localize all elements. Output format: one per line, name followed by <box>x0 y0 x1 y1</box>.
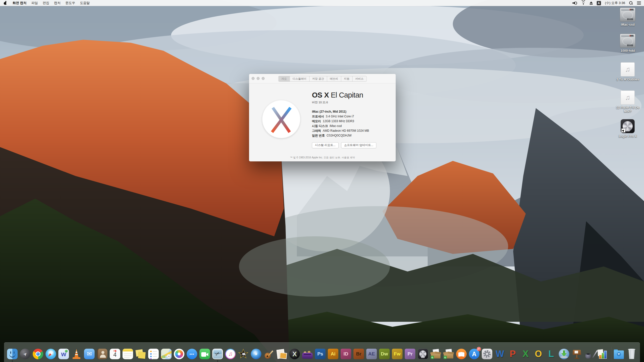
desktop-icon-label: Logic Pro X <box>613 134 642 138</box>
quarkxpress-dock-icon[interactable]: X <box>289 348 300 360</box>
downloads-folder-dock-icon[interactable] <box>613 348 625 360</box>
desktop-icon-label: iMac-ssd <box>613 23 642 26</box>
ibooks-dock-icon[interactable] <box>456 348 467 360</box>
menu-윈도우[interactable]: 윈도우 <box>65 1 75 5</box>
desktop-icon-label: 1 Tu M'Oublies <box>613 77 642 81</box>
spec-row: 그래픽AMD Radeon HD 6970M 1024 MB <box>312 129 391 132</box>
menu-clock[interactable]: (수) 오후 3:36 <box>605 1 625 5</box>
photoshop-dock-icon[interactable]: Ps <box>314 348 326 360</box>
close-button[interactable] <box>252 77 255 80</box>
pages-classic-dock-icon[interactable] <box>584 348 595 360</box>
stickies-dock-icon[interactable] <box>135 348 146 360</box>
indesign-dock-icon[interactable]: ID <box>340 348 352 360</box>
messages-dock-icon[interactable]: ••• <box>186 348 198 360</box>
fireworks-dock-icon[interactable]: Fw <box>391 348 403 360</box>
el-capitan-x-logo <box>262 100 300 138</box>
reminders-dock-icon[interactable] <box>148 348 159 360</box>
desktop-icon-label: 1000-hdd <box>613 49 642 53</box>
menu-app-name[interactable]: 화면 캡처 <box>13 1 27 5</box>
vlc-dock-icon[interactable] <box>71 348 82 360</box>
illustrator-dock-icon[interactable]: Ai <box>327 348 339 360</box>
imovie-dock-icon[interactable] <box>237 348 249 360</box>
dreamweaver-dock-icon[interactable]: Dw <box>379 348 390 360</box>
volume-icon[interactable] <box>572 2 577 5</box>
after-effects-dock-icon[interactable]: AE <box>366 348 377 360</box>
system-preferences-dock-icon[interactable] <box>481 348 493 360</box>
screen-capture-grab-dock-icon[interactable]: ✂ <box>212 348 223 360</box>
launchpad-dock-icon[interactable]: ➤ <box>19 348 31 360</box>
alias-arrow-icon <box>621 128 625 132</box>
minimize-button[interactable] <box>257 77 260 80</box>
itunes-dock-icon[interactable]: ♫ <box>225 348 236 360</box>
copyright-footer: ™ 및 © 1983-2016 Apple Inc. 모든 권리 보유. 사용권… <box>249 156 396 159</box>
apple-menu-icon[interactable] <box>4 1 7 5</box>
chrome-dock-icon[interactable] <box>32 348 44 360</box>
w-globe-app-dock-icon[interactable]: w <box>58 348 69 360</box>
keynote-classic-dock-icon[interactable] <box>571 348 583 360</box>
web-downloader-dock-icon[interactable] <box>558 348 570 360</box>
toast-titanium-dock-icon[interactable] <box>302 348 313 360</box>
system-report-button[interactable]: 시스템 리포트... <box>312 142 339 148</box>
traffic-lights <box>252 77 265 80</box>
spotlight-icon[interactable] <box>629 1 633 5</box>
safari-dock-icon[interactable] <box>45 348 57 360</box>
dock: ➤w✉3월43D•••✂♫XPsAiIDBrAEDwFwPrGGA27WPXOL <box>4 342 640 362</box>
photos-dock-icon[interactable] <box>173 348 185 360</box>
menu-파일[interactable]: 파일 <box>31 1 38 5</box>
trash-dock-icon[interactable] <box>626 348 637 360</box>
about-this-mac-window[interactable]: 개요디스플레이저장 공간메모리지원서비스 OS X El Capita <box>249 74 396 161</box>
menu-도움말[interactable]: 도움말 <box>80 1 90 5</box>
photo-collage-app-dock-icon[interactable] <box>276 348 288 360</box>
notes-dock-icon[interactable] <box>122 348 134 360</box>
premiere-dock-icon[interactable]: Pr <box>404 348 416 360</box>
about-content: OS X El Capitan 버전 10.11.6 iMac (27-inch… <box>249 83 396 162</box>
mail-dock-icon[interactable]: ✉ <box>84 348 95 360</box>
finder-dock-icon[interactable] <box>7 348 18 360</box>
stuffit-box-2-dock-icon[interactable]: G <box>443 348 454 360</box>
notification-center-icon[interactable] <box>637 2 641 5</box>
menu-캡처[interactable]: 캡처 <box>54 1 61 5</box>
logic-pro-icon <box>621 119 635 133</box>
numbers-classic-dock-icon[interactable] <box>597 348 608 360</box>
window-titlebar[interactable]: 개요디스플레이저장 공간메모리지원서비스 <box>249 74 396 83</box>
desktop-icon-imac-ssd[interactable]: iMac-ssd <box>613 8 642 26</box>
garageband-dock-icon[interactable] <box>263 348 275 360</box>
tab-메모리[interactable]: 메모리 <box>327 76 341 81</box>
eject-icon[interactable] <box>590 2 593 5</box>
logic-pro-x-dock-icon[interactable] <box>417 348 429 360</box>
powerpoint-dock-icon[interactable]: P <box>507 348 518 360</box>
calendar-dock-icon[interactable]: 3월4 <box>109 348 121 360</box>
spec-row: 시동 디스크iMac-ssd <box>312 124 391 128</box>
hard-drive-icon <box>620 8 635 22</box>
menu-편집[interactable]: 편집 <box>43 1 49 5</box>
bridge-dock-icon[interactable]: Br <box>353 348 365 360</box>
desktop-icon-1000-hdd[interactable]: 1000-hdd <box>613 34 642 53</box>
lync-dock-icon[interactable]: L <box>545 348 557 360</box>
outlook-dock-icon[interactable]: O <box>533 348 544 360</box>
stuffit-box-1-dock-icon[interactable]: G <box>430 348 441 360</box>
maps-dock-icon[interactable]: 3D <box>160 348 172 360</box>
desktop-icon-logic-pro-x[interactable]: Logic Pro X <box>613 119 642 138</box>
desktop-icon-1-tu-m-oublies[interactable]: ♫1 Tu M'Oublies <box>613 62 642 81</box>
tab-지원[interactable]: 지원 <box>341 76 352 81</box>
tab-저장 공간[interactable]: 저장 공간 <box>309 76 327 81</box>
about-tabs: 개요디스플레이저장 공간메모리지원서비스 <box>278 76 367 82</box>
spec-row: 일련 번호C02HQ0CQDHJW <box>312 134 391 137</box>
tab-서비스[interactable]: 서비스 <box>352 76 366 81</box>
zoom-button[interactable] <box>262 77 265 80</box>
facetime-dock-icon[interactable] <box>199 348 211 360</box>
dvd-disc-app-dock-icon[interactable] <box>250 348 262 360</box>
menu-bar: 화면 캡처 파일편집캡처윈도우도움말 A (수) 오후 3:36 <box>0 0 644 6</box>
word-dock-icon[interactable]: W <box>494 348 506 360</box>
excel-dock-icon[interactable]: X <box>520 348 531 360</box>
software-update-button[interactable]: 소프트웨어 업데이트... <box>341 142 376 148</box>
tab-개요[interactable]: 개요 <box>278 76 290 81</box>
wifi-icon[interactable] <box>581 2 586 5</box>
app-store-dock-icon[interactable]: A27 <box>468 348 480 360</box>
running-indicator <box>217 360 218 361</box>
contacts-dock-icon[interactable] <box>96 348 108 360</box>
input-source-icon[interactable]: A <box>597 1 601 5</box>
notification-badge: 27 <box>477 347 481 351</box>
desktop-icon-12-parle-t-il-de-moi-[interactable]: ♫12 Parle-T-Il De Moi? <box>613 90 642 113</box>
tab-디스플레이[interactable]: 디스플레이 <box>290 76 309 81</box>
